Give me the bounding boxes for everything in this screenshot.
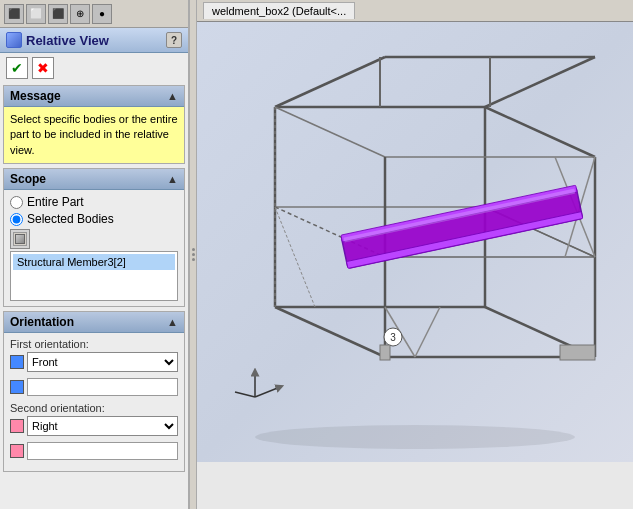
toolbar-icon-3[interactable]: ⬛ [48, 4, 68, 24]
toolbar-icon-2[interactable]: ⬜ [26, 4, 46, 24]
second-orientation-label: Second orientation: [10, 402, 178, 414]
selected-body-item[interactable]: Structural Member3[2] [13, 254, 175, 270]
first-color-swatch [10, 355, 24, 369]
file-tab-bar: weldment_box2 (Default<... [197, 0, 633, 22]
resize-dot-1 [192, 248, 195, 251]
ok-cancel-bar: ✔ ✖ [0, 53, 188, 83]
orientation-collapse-btn[interactable]: ▲ [167, 316, 178, 328]
first-orientation-select[interactable]: Front Back Left Right Top Bottom [27, 352, 178, 372]
message-collapse-btn[interactable]: ▲ [167, 90, 178, 102]
body-list-add-btn[interactable] [10, 229, 30, 249]
svg-line-40 [235, 392, 255, 397]
right-panel: weldment_box2 (Default<... [197, 0, 633, 509]
resize-dot-3 [192, 258, 195, 261]
body-list-toolbar [10, 229, 178, 249]
svg-rect-36 [560, 345, 595, 360]
ground-shadow [255, 425, 575, 449]
first-orientation-row: Front Back Left Right Top Bottom [10, 352, 178, 372]
second-extra-swatch [10, 444, 24, 458]
scope-header: Scope ▲ [4, 169, 184, 190]
second-extra-row [10, 442, 178, 460]
svg-line-12 [275, 307, 385, 357]
weldment-svg: 3 [205, 22, 625, 462]
message-section: Message ▲ Select specific bodies or the … [3, 85, 185, 164]
entire-part-label: Entire Part [27, 195, 84, 209]
scope-section: Scope ▲ Entire Part Selected Bodies [3, 168, 185, 307]
relative-view-title: Relative View [26, 33, 109, 48]
file-tab-item[interactable]: weldment_box2 (Default<... [203, 2, 355, 19]
scope-body: Entire Part Selected Bodies Structural M… [4, 190, 184, 306]
svg-line-19 [275, 107, 385, 157]
svg-line-5 [485, 107, 595, 157]
first-extra-row [10, 378, 178, 396]
selected-bodies-radio[interactable] [10, 213, 23, 226]
relative-view-header: Relative View ? [0, 28, 188, 53]
resize-dot-2 [192, 253, 195, 256]
orientation-body: First orientation: Front Back Left Right… [4, 333, 184, 471]
svg-line-10 [485, 57, 595, 107]
second-orientation-row: Front Back Left Right Top Bottom [10, 416, 178, 436]
svg-rect-37 [380, 345, 390, 360]
rel-view-icon [6, 32, 22, 48]
axis-indicator [235, 372, 280, 397]
first-orientation-input[interactable] [27, 378, 178, 396]
3d-viewport[interactable]: 3 [197, 22, 633, 462]
body-icon-inner [15, 234, 25, 244]
toolbar-icon-1[interactable]: ⬛ [4, 4, 24, 24]
message-body: Select specific bodies or the entire par… [4, 107, 184, 163]
toolbar-icon-5[interactable]: ● [92, 4, 112, 24]
scope-collapse-btn[interactable]: ▲ [167, 173, 178, 185]
help-button[interactable]: ? [166, 32, 182, 48]
selected-bodies-row: Selected Bodies [10, 212, 178, 226]
svg-line-32 [415, 307, 440, 357]
first-extra-swatch [10, 380, 24, 394]
orientation-header: Orientation ▲ [4, 312, 184, 333]
first-orientation-label: First orientation: [10, 338, 178, 350]
ok-button[interactable]: ✔ [6, 57, 28, 79]
svg-text:3: 3 [390, 332, 396, 343]
body-icon [13, 232, 27, 246]
orientation-section: Orientation ▲ First orientation: Front B… [3, 311, 185, 472]
svg-line-9 [275, 57, 385, 107]
body-list-area[interactable]: Structural Member3[2] [10, 251, 178, 301]
entire-part-radio[interactable] [10, 196, 23, 209]
second-color-swatch [10, 419, 24, 433]
second-orientation-select[interactable]: Front Back Left Right Top Bottom [27, 416, 178, 436]
message-header: Message ▲ [4, 86, 184, 107]
second-orientation-input[interactable] [27, 442, 178, 460]
svg-line-38 [255, 387, 280, 397]
toolbar-icon-4[interactable]: ⊕ [70, 4, 90, 24]
selected-bodies-label: Selected Bodies [27, 212, 114, 226]
resize-handle[interactable] [189, 0, 197, 509]
cancel-button[interactable]: ✖ [32, 57, 54, 79]
entire-part-row: Entire Part [10, 195, 178, 209]
